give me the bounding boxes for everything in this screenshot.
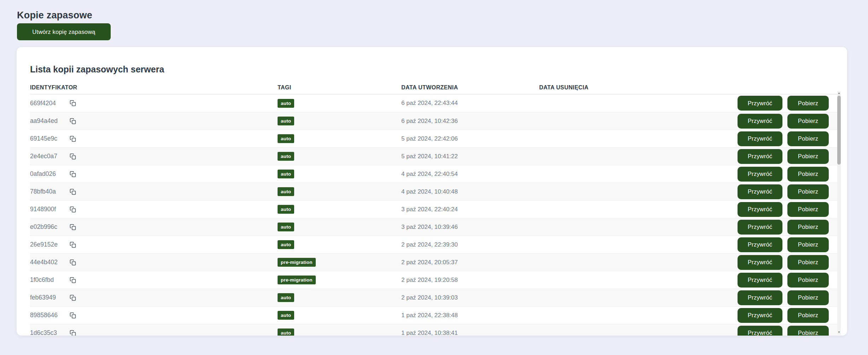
copy-id-button[interactable] <box>70 171 76 178</box>
tag-badge: auto <box>278 205 294 214</box>
copy-id-button[interactable] <box>70 259 76 266</box>
scrollbar-thumb[interactable] <box>837 96 841 165</box>
backup-actions-cell: Przywróć Pobierz <box>674 326 829 336</box>
download-button[interactable]: Pobierz <box>787 326 829 336</box>
backup-created-date: 1 paź 2024, 22:38:48 <box>401 312 539 319</box>
copy-id-button[interactable] <box>70 241 76 248</box>
download-button[interactable]: Pobierz <box>787 237 829 252</box>
backup-created-date: 6 paź 2024, 10:42:36 <box>401 118 539 125</box>
restore-button[interactable]: Przywróć <box>738 184 782 199</box>
backup-id-cell: 89858646 <box>30 312 278 319</box>
restore-button[interactable]: Przywróć <box>738 114 782 129</box>
table-body: 669f4204 auto 6 paź 2024, 22:43:44 Przyw… <box>30 94 841 336</box>
backup-id: 1d6c35c3 <box>30 329 70 336</box>
tag-badge: auto <box>278 99 294 108</box>
restore-button[interactable]: Przywróć <box>738 326 782 336</box>
backup-id: 1f0c6fbd <box>30 276 70 284</box>
copy-id-button[interactable] <box>70 188 76 195</box>
download-button[interactable]: Pobierz <box>787 167 829 182</box>
download-button[interactable]: Pobierz <box>787 149 829 164</box>
backup-row: 69145e9c auto 5 paź 2024, 22:42:06 Przyw… <box>30 130 841 147</box>
backup-tags-cell: auto <box>278 223 401 231</box>
restore-button[interactable]: Przywróć <box>738 149 782 164</box>
backup-row: 9148900f auto 3 paź 2024, 22:40:24 Przyw… <box>30 200 841 218</box>
backup-row: aa94a4ed auto 6 paź 2024, 10:42:36 Przyw… <box>30 112 841 130</box>
copy-id-button[interactable] <box>70 277 76 284</box>
restore-button[interactable]: Przywróć <box>738 290 782 305</box>
backup-tags-cell: auto <box>278 187 401 196</box>
download-button[interactable]: Pobierz <box>787 131 829 146</box>
backup-actions-cell: Przywróć Pobierz <box>674 131 829 146</box>
download-button[interactable]: Pobierz <box>787 255 829 270</box>
column-header-deleted-date: DATA USUNIĘCIA <box>539 84 674 91</box>
backup-id: 2e4ec0a7 <box>30 153 70 160</box>
download-button[interactable]: Pobierz <box>787 184 829 199</box>
copy-id-button[interactable] <box>70 100 76 107</box>
download-button[interactable]: Pobierz <box>787 273 829 288</box>
restore-button[interactable]: Przywróć <box>738 220 782 235</box>
download-button[interactable]: Pobierz <box>787 308 829 323</box>
backup-actions-cell: Przywróć Pobierz <box>674 220 829 235</box>
backup-created-date: 2 paź 2024, 20:05:37 <box>401 259 539 266</box>
restore-button[interactable]: Przywróć <box>738 202 782 217</box>
backup-tags-cell: auto <box>278 152 401 161</box>
copy-icon <box>70 102 76 108</box>
scroll-down-icon[interactable]: ▼ <box>837 330 841 335</box>
restore-button[interactable]: Przywróć <box>738 237 782 252</box>
copy-id-button[interactable] <box>70 206 76 213</box>
copy-id-button[interactable] <box>70 135 76 142</box>
backup-id-cell: aa94a4ed <box>30 117 278 125</box>
copy-id-button[interactable] <box>70 312 76 319</box>
copy-id-button[interactable] <box>70 224 76 231</box>
backup-tags-cell: auto <box>278 293 401 302</box>
backup-tags-cell: pre-migration <box>278 276 401 284</box>
backup-id-cell: 1d6c35c3 <box>30 329 278 336</box>
backup-actions-cell: Przywróć Pobierz <box>674 149 829 164</box>
tag-badge: auto <box>278 240 294 249</box>
backup-created-date: 5 paź 2024, 22:42:06 <box>401 135 539 142</box>
copy-icon <box>70 297 76 302</box>
download-button[interactable]: Pobierz <box>787 114 829 129</box>
download-button[interactable]: Pobierz <box>787 202 829 217</box>
copy-icon <box>70 315 76 320</box>
copy-icon <box>70 226 76 232</box>
copy-icon <box>70 191 76 196</box>
copy-id-button[interactable] <box>70 294 76 301</box>
download-button[interactable]: Pobierz <box>787 290 829 305</box>
tag-badge: auto <box>278 152 294 161</box>
copy-icon <box>70 332 76 336</box>
copy-id-button[interactable] <box>70 118 76 125</box>
backup-tags-cell: auto <box>278 329 401 336</box>
backup-tags-cell: auto <box>278 117 401 125</box>
backup-tags-cell: auto <box>278 170 401 178</box>
backup-id: 0afad026 <box>30 170 70 178</box>
restore-button[interactable]: Przywróć <box>738 167 782 182</box>
backup-row: 89858646 auto 1 paź 2024, 22:38:48 Przyw… <box>30 306 841 324</box>
backup-created-date: 3 paź 2024, 10:39:46 <box>401 224 539 231</box>
copy-id-button[interactable] <box>70 153 76 160</box>
backup-row: e02b996c auto 3 paź 2024, 10:39:46 Przyw… <box>30 218 841 236</box>
backup-id-cell: 9148900f <box>30 206 278 213</box>
table-scrollbar[interactable]: ▲ ▼ <box>837 91 841 335</box>
restore-button[interactable]: Przywróć <box>738 273 782 288</box>
restore-button[interactable]: Przywróć <box>738 255 782 270</box>
create-backup-button[interactable]: Utwórz kopię zapasową <box>17 23 111 40</box>
backup-row: 0afad026 auto 4 paź 2024, 22:40:54 Przyw… <box>30 165 841 183</box>
restore-button[interactable]: Przywróć <box>738 308 782 323</box>
copy-icon <box>70 120 76 126</box>
backup-actions-cell: Przywróć Pobierz <box>674 237 829 252</box>
tag-badge: auto <box>278 311 294 320</box>
tag-badge: auto <box>278 170 294 178</box>
restore-button[interactable]: Przywróć <box>738 131 782 146</box>
backup-tags-cell: auto <box>278 99 401 108</box>
download-button[interactable]: Pobierz <box>787 96 829 111</box>
download-button[interactable]: Pobierz <box>787 220 829 235</box>
copy-id-button[interactable] <box>70 330 76 336</box>
scroll-up-icon[interactable]: ▲ <box>837 91 841 95</box>
backup-tags-cell: auto <box>278 205 401 214</box>
restore-button[interactable]: Przywróć <box>738 96 782 111</box>
backup-row: 2e4ec0a7 auto 5 paź 2024, 10:41:22 Przyw… <box>30 147 841 165</box>
backup-actions-cell: Przywróć Pobierz <box>674 167 829 182</box>
table-header-row: IDENTYFIKATOR TAGI DATA UTWORZENIA DATA … <box>30 77 841 94</box>
backup-id: 44e4b402 <box>30 259 70 266</box>
